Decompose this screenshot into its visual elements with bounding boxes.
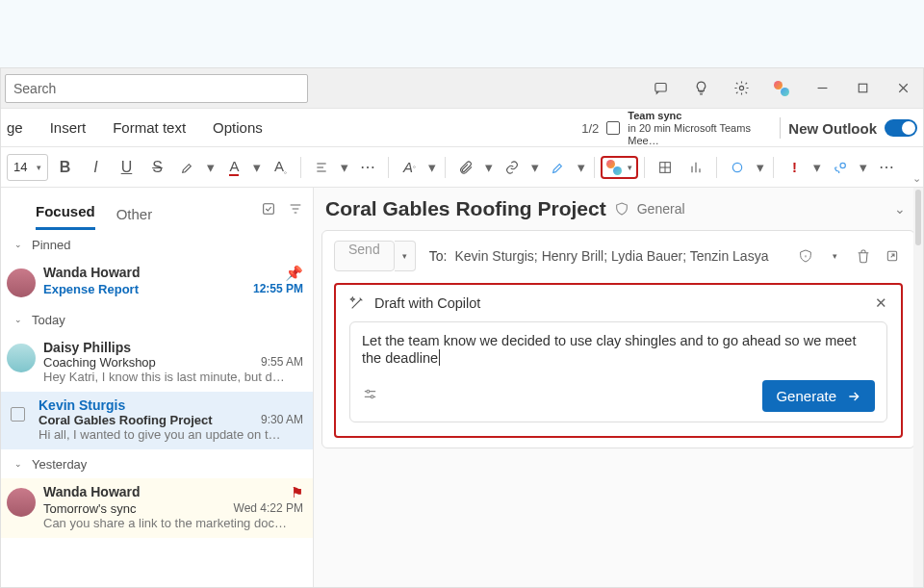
copilot-icon[interactable] xyxy=(761,68,802,109)
preview: Hi all, I wanted to give you an update o… xyxy=(38,427,303,442)
importance-dropdown[interactable]: ▾ xyxy=(810,153,824,182)
separator xyxy=(644,157,645,178)
calendar-icon[interactable] xyxy=(606,121,620,135)
window-minimize-icon[interactable] xyxy=(802,68,842,109)
chevron-down-icon[interactable]: ▾ xyxy=(628,163,632,172)
attach-dropdown[interactable]: ▾ xyxy=(482,153,496,182)
highlight-button[interactable] xyxy=(173,153,202,182)
font-color-dropdown[interactable]: ▾ xyxy=(250,153,264,182)
message-list: Focused Other ⌄Pinned Wanda Howard📌 Expe… xyxy=(1,188,314,587)
signature-dropdown[interactable]: ▾ xyxy=(575,153,588,182)
tab-insert[interactable]: Insert xyxy=(37,109,100,146)
scrollbar[interactable] xyxy=(913,188,923,587)
attach-button[interactable] xyxy=(451,153,480,182)
chevron-down-icon[interactable]: ⌄ xyxy=(894,201,906,217)
more-format-button[interactable]: ⋯ xyxy=(353,153,382,182)
tab-format-text[interactable]: Format text xyxy=(99,109,199,146)
tab-message[interactable]: ge xyxy=(1,109,37,146)
popout-icon[interactable] xyxy=(882,245,903,267)
formatting-toolbar: 14 ▾ B I U S ▾ A ▾ A◦ ▾ ⋯ A◦ ▾ ▾ ▾ ▾ ▾ xyxy=(1,147,923,188)
bold-button[interactable]: B xyxy=(50,153,79,182)
flag-icon[interactable]: ⚑ xyxy=(291,484,303,501)
window-close-icon[interactable] xyxy=(883,68,923,109)
select-mode-icon[interactable] xyxy=(261,201,276,220)
tab-focused[interactable]: Focused xyxy=(36,203,95,230)
font-size-select[interactable]: 14 ▾ xyxy=(7,154,48,181)
copilot-prompt-input[interactable]: Let the team know we decided to use clay… xyxy=(349,321,887,422)
preview: Can you share a link to the marketing do… xyxy=(43,516,303,530)
upcoming-meeting[interactable]: Team sync in 20 min Microsoft Teams Mee… xyxy=(628,110,772,147)
message-item[interactable]: Wanda Howard📌 Expense Report12:55 PM xyxy=(1,259,313,305)
lightbulb-icon[interactable] xyxy=(680,68,721,109)
close-icon[interactable]: ✕ xyxy=(875,294,887,312)
encrypt-icon[interactable] xyxy=(795,245,816,267)
avatar xyxy=(7,344,36,372)
settings-gear-icon[interactable] xyxy=(721,68,761,109)
subject: Coral Gables Roofing Project xyxy=(38,413,213,427)
tab-other[interactable]: Other xyxy=(116,206,153,230)
paragraph-button[interactable] xyxy=(307,153,336,182)
importance-button[interactable]: ! xyxy=(780,153,808,182)
pin-icon[interactable]: 📌 xyxy=(285,265,303,282)
avatar xyxy=(7,488,36,517)
styles-dropdown[interactable]: ▾ xyxy=(425,153,439,182)
svg-rect-6 xyxy=(264,204,274,215)
copilot-title: Draft with Copilot xyxy=(374,295,480,311)
link-button[interactable] xyxy=(498,153,526,182)
loop-dropdown[interactable]: ▾ xyxy=(754,153,767,182)
dictate-dropdown[interactable]: ▾ xyxy=(857,153,870,182)
divider xyxy=(780,117,781,139)
meeting-title: Team sync xyxy=(628,110,772,122)
thread-header: Coral Gables Roofing Project General ⌄ xyxy=(321,193,915,230)
tab-options[interactable]: Options xyxy=(199,109,276,146)
send-button[interactable]: Send xyxy=(334,241,395,271)
adjust-icon[interactable] xyxy=(362,386,378,406)
discard-icon[interactable] xyxy=(853,245,874,267)
send-dropdown[interactable]: ▾ xyxy=(395,241,416,271)
styles-button[interactable]: A◦ xyxy=(395,153,424,182)
pager-label: 1/2 xyxy=(581,121,599,136)
window-maximize-icon[interactable] xyxy=(842,68,883,109)
to-recipients[interactable]: Kevin Sturgis; Henry Brill; Lydia Bauer;… xyxy=(454,248,768,264)
ribbon-collapse-icon[interactable]: ⌄ xyxy=(912,172,921,185)
message-item[interactable]: Wanda Howard⚑ Tomorrow's syncWed 4:22 PM… xyxy=(1,478,313,538)
new-outlook-label: New Outlook xyxy=(788,120,877,137)
to-label: To: xyxy=(429,248,448,264)
highlight-dropdown[interactable]: ▾ xyxy=(204,153,218,182)
new-outlook-toggle[interactable] xyxy=(885,119,917,137)
group-yesterday[interactable]: ⌄Yesterday xyxy=(1,449,313,478)
font-color-button[interactable]: A xyxy=(219,153,248,182)
message-item-selected[interactable]: Kevin Sturgis Coral Gables Roofing Proje… xyxy=(1,392,313,449)
copilot-toolbar-button[interactable]: ▾ xyxy=(601,156,638,179)
table-button[interactable] xyxy=(651,153,680,182)
arrow-right-icon xyxy=(846,389,861,404)
copilot-draft-panel: Draft with Copilot ✕ Let the team know w… xyxy=(334,283,903,438)
text-cursor xyxy=(439,349,440,366)
chat-icon[interactable] xyxy=(640,68,680,109)
filter-icon[interactable] xyxy=(288,201,303,220)
group-pinned[interactable]: ⌄Pinned xyxy=(1,230,313,259)
generate-button[interactable]: Generate xyxy=(762,380,875,412)
loop-button[interactable] xyxy=(723,153,752,182)
strikethrough-button[interactable]: S xyxy=(142,153,171,182)
group-today[interactable]: ⌄Today xyxy=(1,305,313,334)
paragraph-dropdown[interactable]: ▾ xyxy=(338,153,351,182)
checkbox[interactable] xyxy=(11,407,25,422)
message-item[interactable]: Daisy Phillips Coaching Workshop9:55 AM … xyxy=(1,334,313,392)
timestamp: 12:55 PM xyxy=(253,282,303,296)
link-dropdown[interactable]: ▾ xyxy=(528,153,542,182)
timestamp: Wed 4:22 PM xyxy=(234,501,303,516)
svg-point-9 xyxy=(371,396,373,398)
poll-button[interactable] xyxy=(681,153,710,182)
underline-button[interactable]: U xyxy=(112,153,141,182)
clear-format-button[interactable]: A◦ xyxy=(266,153,295,182)
copilot-prompt-text: Let the team know we decided to use clay… xyxy=(362,333,856,366)
signature-button[interactable] xyxy=(544,153,573,182)
encrypt-dropdown[interactable]: ▾ xyxy=(824,245,845,267)
separator xyxy=(300,157,301,178)
more-button[interactable]: ⋯ xyxy=(872,153,901,182)
search-input[interactable]: Search xyxy=(5,74,308,103)
italic-button[interactable]: I xyxy=(81,153,110,182)
dictate-button[interactable] xyxy=(826,153,855,182)
thread-title: Coral Gables Roofing Project xyxy=(325,197,606,220)
